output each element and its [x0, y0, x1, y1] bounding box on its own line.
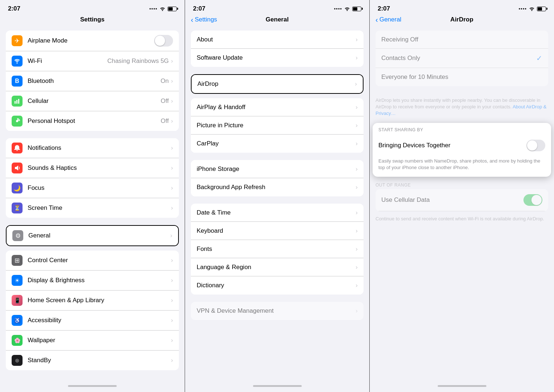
- row-label: Language & Region: [197, 264, 356, 271]
- list-item[interactable]: Background App Refresh ›: [191, 178, 364, 196]
- list-item[interactable]: ✈ Airplane Mode: [6, 31, 179, 51]
- out-of-range-section: OUT OF RANGE Use Cellular Data Continue …: [370, 178, 554, 228]
- row-label: Keyboard: [197, 227, 356, 235]
- list-item[interactable]: Notifications ›: [6, 138, 179, 158]
- svg-rect-0: [15, 101, 16, 104]
- airdrop-options-section: Receiving Off Contacts Only ✓ Everyone f…: [376, 31, 548, 86]
- list-item[interactable]: AirDrop ›: [192, 75, 363, 93]
- airplane-toggle[interactable]: [154, 35, 173, 47]
- list-item[interactable]: Picture in Picture ›: [191, 116, 364, 135]
- list-item[interactable]: Contacts Only ✓: [376, 49, 548, 68]
- list-item[interactable]: CarPlay ›: [191, 135, 364, 153]
- home-indicator-1: [0, 380, 185, 392]
- list-item[interactable]: Everyone for 10 Minutes: [376, 68, 548, 86]
- wifi-value: Chasing Rainbows 5G: [107, 57, 169, 65]
- list-item[interactable]: Use Cellular Data: [376, 189, 548, 211]
- display-brightness-icon: ☀: [12, 275, 23, 286]
- row-label: Date & Time: [197, 209, 356, 216]
- notifications-section: Notifications › Sounds & Haptics › 🌙 Foc…: [6, 138, 179, 218]
- chevron-icon: ›: [356, 209, 358, 216]
- bluetooth-value: On: [161, 77, 169, 85]
- list-item[interactable]: Receiving Off: [376, 31, 548, 49]
- row-label: Fonts: [197, 245, 356, 253]
- airdrop-list[interactable]: Receiving Off Contacts Only ✓ Everyone f…: [370, 26, 554, 380]
- section-header-label: START SHARING BY: [378, 127, 423, 132]
- list-item[interactable]: VPN & Device Management ›: [191, 302, 364, 320]
- notifications-icon: [12, 143, 23, 153]
- list-item[interactable]: Dictionary ›: [191, 276, 364, 295]
- bringing-devices-toggle[interactable]: [526, 140, 545, 151]
- row-label: Focus: [28, 184, 171, 192]
- row-label: Wi-Fi: [28, 57, 107, 65]
- general-icon: ⚙: [12, 230, 23, 241]
- bringing-devices-row[interactable]: Bringing Devices Together: [373, 135, 551, 156]
- list-item[interactable]: B Bluetooth On ›: [6, 71, 179, 91]
- list-item[interactable]: ☀ Display & Brightness ›: [6, 271, 179, 291]
- svg-rect-2: [18, 99, 19, 104]
- start-sharing-card: START SHARING BY Bringing Devices Togeth…: [373, 123, 551, 177]
- page-title-1: Settings: [80, 16, 104, 23]
- svg-marker-4: [15, 165, 18, 171]
- cellular-toggle[interactable]: [523, 194, 542, 206]
- signal-dots-icon: ••••: [149, 6, 157, 12]
- wifi-settings-icon: [12, 56, 23, 67]
- cellular-value: Off: [161, 97, 169, 105]
- out-of-range-header: OUT OF RANGE: [370, 178, 554, 189]
- list-item[interactable]: iPhone Storage ›: [191, 160, 364, 178]
- cellular-icon: [12, 96, 23, 107]
- list-item[interactable]: 📱 Home Screen & App Library ›: [6, 291, 179, 311]
- list-item[interactable]: ⚙ General ›: [7, 226, 178, 245]
- airdrop-row-highlighted[interactable]: AirDrop ›: [191, 74, 364, 94]
- airplane-mode-icon: ✈: [12, 35, 23, 46]
- time-1: 2:07: [8, 5, 20, 12]
- chevron-icon: ›: [356, 36, 358, 43]
- hotspot-value: Off: [161, 117, 169, 125]
- list-item[interactable]: Cellular Off ›: [6, 91, 179, 111]
- date-section: Date & Time › Keyboard › Fonts › Languag…: [191, 204, 364, 295]
- time-2: 2:07: [193, 5, 205, 12]
- row-label: Control Center: [28, 257, 171, 264]
- settings-list-1[interactable]: ✈ Airplane Mode Wi-Fi Chasing Rainbows 5…: [0, 26, 185, 380]
- row-label: Display & Brightness: [28, 277, 171, 284]
- standby-icon: ◎: [12, 355, 23, 366]
- list-item[interactable]: Wi-Fi Chasing Rainbows 5G ›: [6, 51, 179, 71]
- hotspot-icon: [12, 116, 23, 127]
- list-item[interactable]: Date & Time ›: [191, 204, 364, 222]
- chevron-icon: ›: [356, 165, 358, 173]
- list-item[interactable]: 🌙 Focus ›: [6, 178, 179, 198]
- nav-header-3: ‹ General AirDrop: [370, 15, 554, 26]
- chevron-icon: ›: [171, 164, 173, 172]
- general-list[interactable]: About › Software Update › AirDrop › AirP…: [185, 26, 369, 380]
- status-icons-1: ••••: [149, 6, 177, 12]
- list-item[interactable]: AirPlay & Handoff ›: [191, 98, 364, 116]
- airdrop-label: AirDrop: [197, 80, 355, 88]
- row-label: Software Update: [197, 54, 356, 61]
- list-item[interactable]: 🌸 Wallpaper ›: [6, 331, 179, 351]
- chevron-icon: ›: [356, 307, 358, 315]
- list-item[interactable]: About ›: [191, 31, 364, 49]
- list-item[interactable]: ⊞ Control Center ›: [6, 251, 179, 271]
- wallpaper-icon: 🌸: [12, 335, 23, 346]
- list-item[interactable]: Software Update ›: [191, 49, 364, 67]
- chevron-icon: ›: [356, 104, 358, 111]
- chevron-icon: ›: [356, 122, 358, 129]
- list-item[interactable]: ♿ Accessibility ›: [6, 311, 179, 331]
- list-item[interactable]: Language & Region ›: [191, 258, 364, 276]
- screentime-icon: ⏳: [12, 203, 23, 213]
- list-item[interactable]: ⏳ Screen Time ›: [6, 198, 179, 218]
- chevron-icon: ›: [171, 257, 173, 264]
- signal-dots-icon: ••••: [519, 6, 527, 12]
- chevron-icon: ›: [356, 140, 358, 147]
- list-item[interactable]: ◎ StandBy ›: [6, 351, 179, 370]
- cellular-label: Use Cellular Data: [381, 196, 523, 204]
- battery-icon: [537, 7, 546, 11]
- back-button-2[interactable]: ‹ Settings: [191, 16, 217, 23]
- list-item[interactable]: Keyboard ›: [191, 222, 364, 240]
- back-button-3[interactable]: ‹ General: [376, 16, 401, 23]
- checkmark-icon: ✓: [536, 54, 542, 63]
- general-row-highlighted[interactable]: ⚙ General ›: [6, 225, 179, 246]
- list-item[interactable]: Sounds & Haptics ›: [6, 158, 179, 178]
- list-item[interactable]: Personal Hotspot Off ›: [6, 111, 179, 131]
- list-item[interactable]: Fonts ›: [191, 240, 364, 258]
- battery-icon: [352, 7, 361, 11]
